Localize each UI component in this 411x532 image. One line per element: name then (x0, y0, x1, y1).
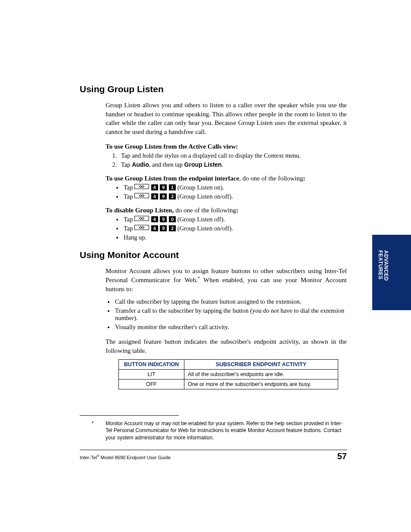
step-2: Tap Audio, and then tap Group Listen. (118, 161, 347, 168)
sub-disable-rest: do one of the following (175, 207, 236, 214)
key-0: 0 (169, 216, 176, 222)
monitor-b2: Transfer a call to the subscriber by tap… (114, 307, 347, 322)
page-footer: Inter-Tel® Model 8690 Endpoint User Guid… (80, 450, 347, 461)
sub-endpoint-b: To use Group Listen from the endpoint in… (106, 175, 239, 182)
sub-endpoint-colon: : (303, 175, 305, 182)
page-content: Using Group Listen Group Listen allows y… (80, 84, 347, 441)
sub-disable-colon: : (236, 207, 238, 214)
key-4: 4 (151, 184, 158, 190)
disable-hangup: Hang up. (123, 234, 347, 241)
th-activity: SUBSCRIBER ENDPOINT ACTIVITY (184, 360, 338, 370)
step2-post: . (222, 161, 224, 168)
page-number: 57 (337, 451, 347, 461)
sub-endpoint-rest: , do one of the following (239, 175, 303, 182)
infinity-key-icon (134, 193, 149, 198)
th-indication: BUTTON INDICATION (119, 360, 184, 370)
footer-pre: Inter-Tel (80, 455, 97, 460)
sub-disable-b: To disable Group Listen, (106, 207, 175, 214)
tap-pre-3: Tap (124, 216, 134, 223)
td-off: OFF (119, 380, 184, 389)
step2-audio: Audio (132, 161, 149, 168)
key-4: 4 (151, 225, 158, 231)
key-1: 1 (169, 184, 176, 190)
disable-onoff: Tap 4 9 2 (Group Listen on/off). (123, 225, 347, 232)
td-lit-desc: All of the subscriber's endpoints are id… (184, 370, 338, 380)
step2-pre: Tap (121, 161, 132, 168)
key-9: 9 (160, 193, 167, 199)
disable-off: Tap 4 9 0 (Group Listen off). (123, 216, 347, 223)
gl-off: (Group Listen off). (177, 216, 225, 223)
sub-endpoint: To use Group Listen from the endpoint in… (106, 175, 347, 182)
activity-table: BUTTON INDICATION SUBSCRIBER ENDPOINT AC… (118, 359, 338, 389)
tap-pre-4: Tap (124, 225, 134, 232)
infinity-key-icon (134, 216, 149, 221)
gl-onoff: (Group Listen on/off). (177, 193, 233, 200)
section-tab: ADVANCED FEATURES (372, 235, 411, 310)
footnote-separator (80, 415, 179, 416)
monitor-b3: Visually monitor the subscriber's call a… (114, 324, 347, 331)
endpoint-list: Tap 4 9 1 (Group Listen on). Tap 4 9 2 (… (123, 184, 347, 200)
key-2: 2 (169, 193, 176, 199)
footer-post: Model 8690 Endpoint User Guide (99, 455, 171, 460)
monitor-intro: Monitor Account allows you to assign fea… (106, 267, 347, 294)
disable-list: Tap 4 9 0 (Group Listen off). Tap 4 9 2 … (123, 216, 347, 241)
monitor-post: The assigned feature button indicates th… (106, 337, 347, 355)
gl-on: (Group Listen on). (177, 184, 224, 191)
key-4: 4 (151, 216, 158, 222)
td-off-desc: One or more of the subscriber's endpoint… (184, 380, 338, 389)
side-tab-l2: FEATURES (377, 250, 383, 280)
key-2: 2 (169, 225, 176, 231)
section-tab-text: ADVANCED FEATURES (377, 250, 389, 281)
endpoint-on: Tap 4 9 1 (Group Listen on). (123, 184, 347, 191)
sub-disable: To disable Group Listen, do one of the f… (106, 207, 347, 214)
tap-pre-1: Tap (124, 184, 134, 191)
monitor-bullets: Call the subscriber by tapping the featu… (114, 298, 347, 331)
step2-mid: , and then tap (149, 161, 184, 168)
monitor-b1: Call the subscriber by tapping the featu… (114, 298, 347, 305)
sub-active-calls: To use Group Listen from the Active Call… (106, 143, 347, 150)
heading-group-listen: Using Group Listen (80, 84, 347, 94)
tap-pre-2: Tap (124, 193, 134, 200)
infinity-key-icon (134, 225, 149, 230)
footnote-text: Monitor Account may or may not be enable… (106, 420, 347, 441)
key-9: 9 (160, 184, 167, 190)
active-calls-steps: Tap and hold the stylus on a displayed c… (118, 152, 347, 168)
footnote-mark: * (80, 420, 106, 441)
gl-onoff-2: (Group Listen on/off). (177, 225, 233, 232)
infinity-key-icon (134, 184, 149, 189)
step2-gl: Group Listen (184, 161, 222, 168)
side-tab-l1: ADVANCED (383, 250, 389, 281)
key-4: 4 (151, 193, 158, 199)
footnote: * Monitor Account may or may not be enab… (80, 420, 347, 441)
key-9: 9 (160, 216, 167, 222)
key-9: 9 (160, 225, 167, 231)
group-listen-intro: Group Listen allows you and others to li… (106, 101, 347, 137)
endpoint-onoff: Tap 4 9 2 (Group Listen on/off). (123, 193, 347, 200)
footer-guide-title: Inter-Tel® Model 8690 Endpoint User Guid… (80, 454, 171, 460)
td-lit: LIT (119, 370, 184, 380)
step-1: Tap and hold the stylus on a displayed c… (118, 152, 347, 159)
heading-monitor-account: Using Monitor Account (80, 250, 347, 260)
